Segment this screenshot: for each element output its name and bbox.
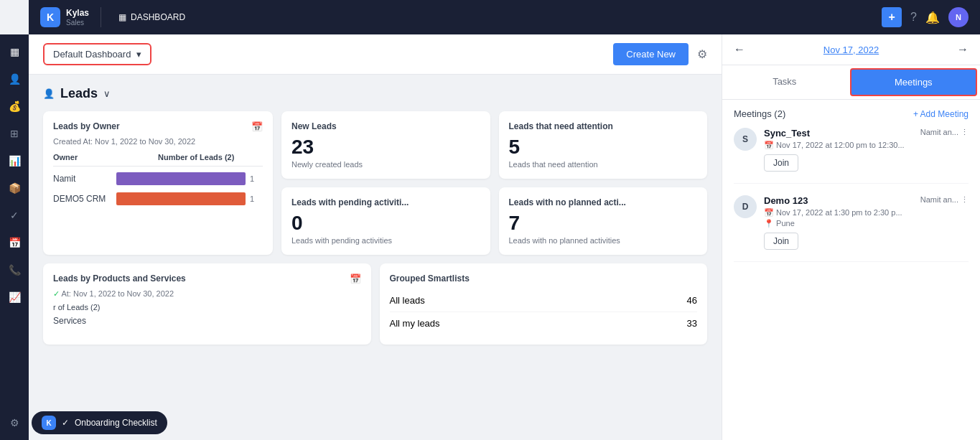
date-display[interactable]: Nov 17, 2022 <box>823 45 879 55</box>
leads-pending-desc: Leads with pending activities <box>291 236 480 245</box>
owner-row-demo5: DEMO5 CRM 1 <box>53 192 263 205</box>
meetings-header-row: Meetings (2) + Add Meeting <box>734 108 969 119</box>
meeting-calendar-icon: 📅 <box>764 141 774 149</box>
leads-pending-title: Leads with pending activiti... <box>291 197 480 207</box>
smartlist-row-0[interactable]: All leads46 <box>390 289 698 312</box>
leads-no-planned-card: Leads with no planned acti... 7 Leads wi… <box>499 187 708 255</box>
section-title: Leads <box>60 86 98 101</box>
meeting-info-demo: Demo 123 Namit an... ⋮ 📅 Nov 17, 2022 at… <box>764 195 969 250</box>
meeting-avatar-demo: D <box>734 195 757 218</box>
meetings-list: Meetings (2) + Add Meeting S Sync_Test N… <box>722 100 980 440</box>
top-nav: K Kylas Sales ▦ DASHBOARD + ? 🔔 N <box>29 0 980 34</box>
leads-person-icon: 👤 <box>43 88 55 99</box>
onboarding-label: Onboarding Checklist <box>75 418 157 428</box>
sidebar: ▦ 👤 💰 ⊞ 📊 📦 ✓ 📅 📞 📈 ⚙ <box>0 34 29 440</box>
products-col: r of Leads (2) <box>53 303 361 312</box>
dropdown-arrow-icon: ▾ <box>136 49 141 60</box>
nav-right: + ? 🔔 N <box>882 7 969 27</box>
services-label: Services <box>53 316 361 326</box>
brand-logo: K <box>40 7 60 27</box>
smartlist-row-1[interactable]: All my leads33 <box>390 312 698 334</box>
meeting-avatar-sync: S <box>734 128 757 151</box>
tab-tasks[interactable]: Tasks <box>722 65 847 99</box>
main-wrapper: Default Dashboard ▾ Create New ⚙ 👤 Leads… <box>29 34 980 440</box>
date-range: Created At: Nov 1, 2022 to Nov 30, 2022 <box>53 137 263 146</box>
dashboard-name: Default Dashboard <box>53 49 131 60</box>
namit-bar <box>116 172 246 185</box>
leads-by-owner-title: Leads by Owner <box>53 121 120 131</box>
new-leads-title: New Leads <box>291 121 480 131</box>
help-icon[interactable]: ? <box>910 11 917 24</box>
brand-sub: Sales <box>66 19 89 27</box>
dashboard-label: DASHBOARD <box>131 12 185 22</box>
meeting2-calendar-icon: 📅 <box>764 208 774 217</box>
leads-attention-desc: Leads that need attention <box>509 160 698 169</box>
sidebar-item-products[interactable]: ⊞ <box>3 122 26 145</box>
leads-attention-card: Leads that need attention 5 Leads that n… <box>499 111 708 179</box>
sidebar-item-dashboard[interactable]: ▦ <box>3 40 26 63</box>
brand-name: Kylas <box>66 8 89 18</box>
add-meeting-button[interactable]: + Add Meeting <box>913 109 969 119</box>
leads-by-owner-calendar-icon[interactable]: 📅 <box>251 121 263 132</box>
leads-by-products-card: Leads by Products and Services 📅 ✓ At: N… <box>43 263 371 345</box>
prev-date-button[interactable]: ← <box>734 43 745 56</box>
dashboard-grid-icon: ▦ <box>118 12 126 22</box>
bottom-grid: Leads by Products and Services 📅 ✓ At: N… <box>43 263 707 345</box>
products-calendar-icon[interactable]: 📅 <box>350 273 361 284</box>
dashboard-header: Default Dashboard ▾ Create New ⚙ <box>29 34 722 75</box>
products-date-range: ✓ At: Nov 1, 2022 to Nov 30, 2022 <box>53 289 361 299</box>
right-panel: ← Nov 17, 2022 → Tasks Meetings Meetings… <box>722 34 980 440</box>
leads-dropdown-icon[interactable]: ∨ <box>103 88 111 99</box>
card-header-row: Leads by Owner 📅 <box>53 121 263 137</box>
sidebar-item-deals[interactable]: 💰 <box>3 95 26 118</box>
dashboard-settings-icon[interactable]: ⚙ <box>697 47 707 61</box>
grouped-smartlists-card: Grouped Smartlists All leads46All my lea… <box>380 263 708 345</box>
smartlist-rows: All leads46All my leads33 <box>390 289 698 334</box>
leads-pending-count: 0 <box>291 213 480 233</box>
nav-dashboard[interactable]: ▦ DASHBOARD <box>113 9 191 25</box>
onboarding-check-icon: ✓ <box>62 418 69 428</box>
sidebar-item-calendar[interactable]: 📅 <box>3 231 26 254</box>
dashboard-selector[interactable]: Default Dashboard ▾ <box>43 43 151 65</box>
location-icon: 📍 <box>764 219 774 228</box>
owner-row-namit: Namit 1 <box>53 172 263 185</box>
sidebar-item-settings[interactable]: ⚙ <box>3 411 26 434</box>
sidebar-item-calls[interactable]: 📞 <box>3 258 26 281</box>
tab-meetings[interactable]: Meetings <box>850 68 978 96</box>
create-new-button[interactable]: Create New <box>613 43 689 65</box>
table-header: Owner Number of Leads (2) <box>53 153 263 167</box>
onboarding-logo: K <box>42 416 56 430</box>
leads-by-products-title: Leads by Products and Services <box>53 273 186 284</box>
next-date-button[interactable]: → <box>957 43 969 56</box>
notification-icon[interactable]: 🔔 <box>925 11 940 24</box>
user-avatar[interactable]: N <box>948 7 969 27</box>
sidebar-item-reports[interactable]: 📊 <box>3 149 26 172</box>
section-header: 👤 Leads ∨ <box>43 86 707 101</box>
brand: K Kylas Sales <box>40 7 101 27</box>
leads-attention-count: 5 <box>509 137 698 157</box>
sidebar-item-analytics[interactable]: 📈 <box>3 286 26 309</box>
meeting-item-demo123: D Demo 123 Namit an... ⋮ 📅 Nov 17, 2022 … <box>734 195 969 262</box>
demo5-bar <box>116 192 246 205</box>
meeting-info-sync: Sync_Test Namit an... ⋮ 📅 Nov 17, 2022 a… <box>764 128 969 172</box>
sidebar-item-activities[interactable]: 📦 <box>3 177 26 200</box>
join-button-sync[interactable]: Join <box>764 154 798 172</box>
sidebar-item-tasks[interactable]: ✓ <box>3 204 26 227</box>
add-button[interactable]: + <box>882 7 902 27</box>
leads-no-planned-desc: Leads with no planned activities <box>509 236 698 245</box>
sidebar-item-contacts[interactable]: 👤 <box>3 67 26 90</box>
tab-bar: Tasks Meetings <box>722 65 980 100</box>
new-leads-desc: Newly created leads <box>291 160 480 169</box>
brand-text: Kylas Sales <box>66 8 89 26</box>
new-leads-card: New Leads 23 Newly created leads <box>281 111 490 179</box>
onboarding-badge[interactable]: K ✓ Onboarding Checklist <box>32 411 167 434</box>
leads-section: 👤 Leads ∨ Leads by Owner 📅 Created At: N… <box>29 75 722 356</box>
meetings-count: Meetings (2) <box>734 108 785 119</box>
grouped-smartlists-title: Grouped Smartlists <box>390 273 698 284</box>
join-button-demo[interactable]: Join <box>764 233 798 250</box>
new-leads-count: 23 <box>291 137 480 157</box>
leads-no-planned-title: Leads with no planned acti... <box>509 197 698 207</box>
leads-attention-title: Leads that need attention <box>509 121 698 131</box>
meeting-item-sync-test: S Sync_Test Namit an... ⋮ 📅 Nov 17, 2022… <box>734 128 969 184</box>
leads-by-owner-card: Leads by Owner 📅 Created At: Nov 1, 2022… <box>43 111 273 255</box>
